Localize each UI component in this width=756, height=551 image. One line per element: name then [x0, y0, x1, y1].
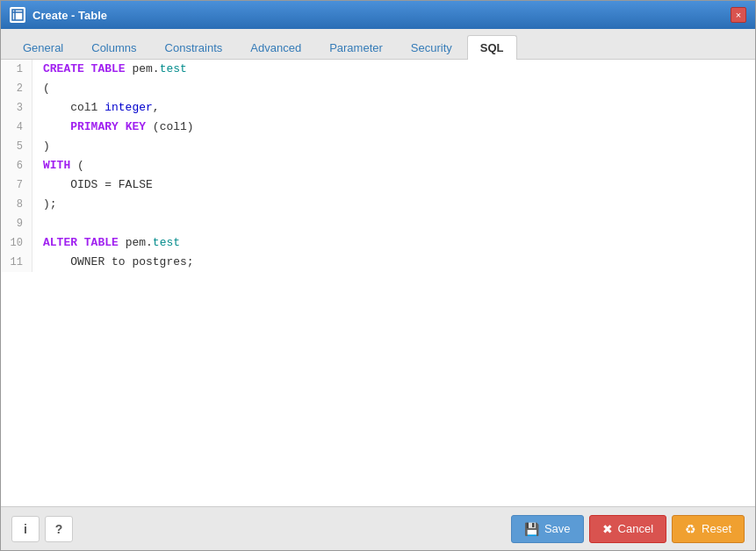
code-line-4: 4 PRIMARY KEY (col1)	[1, 118, 755, 137]
footer-right: 💾 Save ✖ Cancel ♻ Reset	[511, 515, 745, 543]
tab-advanced[interactable]: Advanced	[237, 35, 314, 60]
tab-columns[interactable]: Columns	[78, 35, 149, 60]
cancel-label: Cancel	[618, 522, 653, 535]
code-line-2: 2 (	[1, 79, 755, 98]
close-button[interactable]: ×	[731, 7, 746, 23]
tab-parameter[interactable]: Parameter	[316, 35, 396, 60]
code-line-5: 5 )	[1, 137, 755, 156]
window-title: Create - Table	[32, 9, 107, 22]
reset-icon: ♻	[685, 522, 696, 536]
code-line-6: 6 WITH (	[1, 156, 755, 175]
tab-sql[interactable]: SQL	[467, 35, 517, 60]
reset-label: Reset	[702, 522, 731, 535]
cancel-icon: ✖	[602, 522, 613, 536]
tab-general[interactable]: General	[10, 35, 76, 60]
code-line-7: 7 OIDS = FALSE	[1, 175, 755, 195]
help-button[interactable]: ?	[45, 516, 73, 542]
code-line-10: 10 ALTER TABLE pem.test	[1, 233, 755, 253]
main-window: Create - Table × General Columns Constra…	[0, 0, 756, 551]
sql-editor[interactable]: 1 CREATE TABLE pem.test 2 ( 3 col1 integ…	[1, 60, 755, 506]
code-line-8: 8 );	[1, 195, 755, 214]
tabs-bar: General Columns Constraints Advanced Par…	[1, 29, 755, 60]
save-button[interactable]: 💾 Save	[511, 515, 584, 543]
code-line-9: 9	[1, 214, 755, 233]
code-line-3: 3 col1 integer,	[1, 98, 755, 118]
save-icon: 💾	[524, 522, 539, 536]
code-line-11: 11 OWNER to postgres;	[1, 253, 755, 272]
footer: i ? 💾 Save ✖ Cancel ♻ Reset	[1, 506, 755, 550]
svg-rect-0	[12, 10, 23, 20]
code-line-1: 1 CREATE TABLE pem.test	[1, 60, 755, 79]
tab-security[interactable]: Security	[398, 35, 465, 60]
cancel-button[interactable]: ✖ Cancel	[589, 515, 666, 543]
tab-constraints[interactable]: Constraints	[152, 35, 236, 60]
title-bar-left: Create - Table	[10, 7, 107, 23]
title-bar: Create - Table ×	[1, 1, 755, 29]
window-icon	[10, 7, 25, 23]
info-button[interactable]: i	[11, 516, 40, 542]
footer-left: i ?	[11, 516, 73, 542]
save-label: Save	[544, 522, 571, 535]
content-area: 1 CREATE TABLE pem.test 2 ( 3 col1 integ…	[1, 60, 755, 506]
reset-button[interactable]: ♻ Reset	[672, 515, 745, 543]
